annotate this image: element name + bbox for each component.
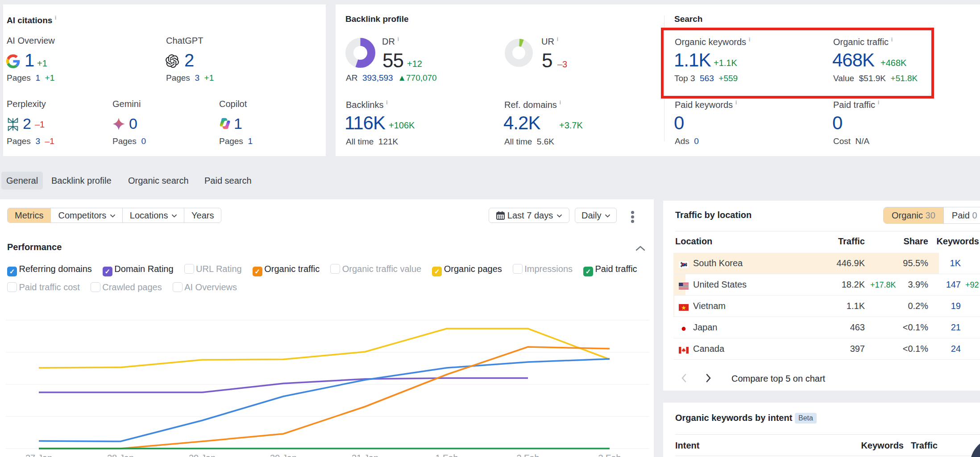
svg-text:30 Jan: 30 Jan — [270, 453, 297, 457]
svg-text:29 Jan: 29 Jan — [189, 453, 216, 457]
svg-text:3 Feb: 3 Feb — [598, 453, 621, 457]
svg-text:31 Jan: 31 Jan — [352, 453, 378, 457]
svg-text:1 Feb: 1 Feb — [435, 453, 458, 457]
svg-text:2 Feb: 2 Feb — [516, 453, 539, 457]
svg-text:28 Jan: 28 Jan — [107, 453, 134, 457]
svg-text:27 Jan: 27 Jan — [25, 453, 52, 457]
